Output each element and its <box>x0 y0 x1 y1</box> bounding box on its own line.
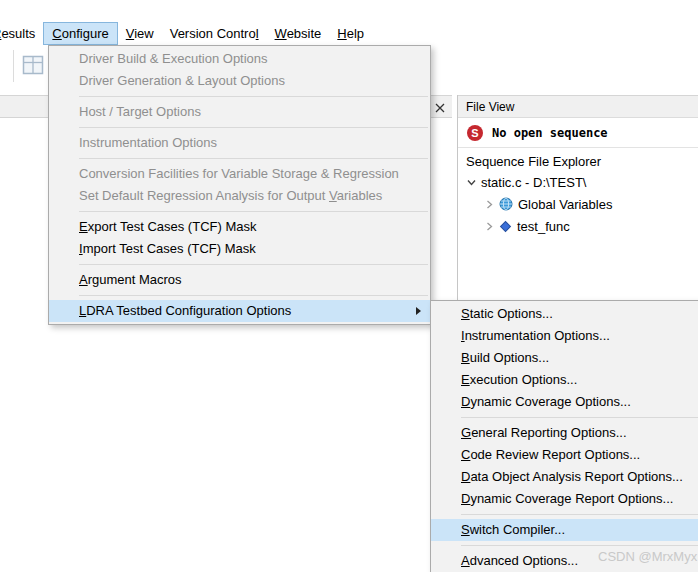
menu-item-label: Switch Compiler... <box>461 522 565 537</box>
menubar-item-results[interactable]: Results <box>0 22 43 45</box>
tree-item-label: test_func <box>517 219 570 234</box>
submenu-item-switch-compiler[interactable]: Switch Compiler... <box>431 519 698 541</box>
menu-item-argument-macros[interactable]: Argument Macros <box>49 269 430 291</box>
menu-separator <box>79 158 428 159</box>
menu-item-export-test-cases-tcf-mask[interactable]: Export Test Cases (TCF) Mask <box>49 216 430 238</box>
menu-item-host-target-options: Host / Target Options <box>49 101 430 123</box>
menu-item-driver-generation-layout-options: Driver Generation & Layout Options <box>49 70 430 92</box>
tree-item-test-func[interactable]: test_func <box>458 215 698 237</box>
sequence-file-explorer-title: Sequence File Explorer <box>458 148 698 171</box>
menu-item-label: Advanced Options... <box>461 553 578 568</box>
menu-item-label: General Reporting Options... <box>461 425 627 440</box>
menu-item-label: Build Options... <box>461 350 549 365</box>
menubar: Results Configure View Version Control W… <box>0 22 698 45</box>
submenu-item-general-reporting-options[interactable]: General Reporting Options... <box>431 422 698 444</box>
submenu-item-code-review-report-options[interactable]: Code Review Report Options... <box>431 444 698 466</box>
toolbar-grid-button <box>20 52 46 78</box>
toolbar-separator <box>13 50 14 82</box>
menu-item-label: Set Default Regression Analysis for Outp… <box>79 188 382 203</box>
menu-separator <box>79 264 428 265</box>
menu-separator <box>79 127 428 128</box>
submenu-item-static-options[interactable]: Static Options... <box>431 303 698 325</box>
tree-item-static-c[interactable]: static.c - D:\TEST\ <box>458 171 698 193</box>
menubar-item-website[interactable]: Website <box>267 22 330 45</box>
menu-item-set-default-regression-analysis: Set Default Regression Analysis for Outp… <box>49 185 430 207</box>
menu-item-label: Host / Target Options <box>79 104 201 119</box>
grid-icon <box>20 52 46 78</box>
menu-item-label: Instrumentation Options... <box>461 328 610 343</box>
menu-item-label: Execution Options... <box>461 372 577 387</box>
menubar-item-help[interactable]: Help <box>329 22 372 45</box>
sequence-status-text: No open sequence <box>492 126 608 140</box>
menu-item-label: Argument Macros <box>79 272 182 287</box>
menu-item-driver-build-execution-options: Driver Build & Execution Options <box>49 48 430 70</box>
file-view-title: File View <box>466 100 514 114</box>
tree-item-label: static.c - D:\TEST\ <box>481 175 586 190</box>
submenu-item-execution-options[interactable]: Execution Options... <box>431 369 698 391</box>
menu-separator <box>461 514 698 515</box>
menu-item-label: Conversion Facilities for Variable Stora… <box>79 166 399 181</box>
menubar-item-label: View <box>126 26 154 41</box>
menu-item-label: Instrumentation Options <box>79 135 217 150</box>
sequence-status-icon: S <box>467 125 483 141</box>
menu-item-label: Import Test Cases (TCF) Mask <box>79 241 256 256</box>
menu-item-label: Driver Build & Execution Options <box>79 51 268 66</box>
menu-item-label: Code Review Report Options... <box>461 447 640 462</box>
menubar-item-view[interactable]: View <box>118 22 162 45</box>
chevron-right-icon[interactable] <box>484 221 495 232</box>
close-icon <box>435 103 445 113</box>
menubar-item-configure[interactable]: Configure <box>43 22 117 45</box>
menu-item-label: Driver Generation & Layout Options <box>79 73 285 88</box>
submenu-item-data-object-analysis-report-options[interactable]: Data Object Analysis Report Options... <box>431 466 698 488</box>
menubar-item-label: Website <box>275 26 322 41</box>
app-window: Results Configure View Version Control W… <box>0 0 698 572</box>
globe-icon <box>499 197 513 211</box>
menu-item-label: LDRA Testbed Configuration Options <box>79 303 291 318</box>
ldra-configuration-submenu: Static Options... Instrumentation Option… <box>430 300 698 572</box>
menu-item-label: Static Options... <box>461 306 553 321</box>
menu-item-import-test-cases-tcf-mask[interactable]: Import Test Cases (TCF) Mask <box>49 238 430 260</box>
menubar-item-label: Help <box>337 26 364 41</box>
menu-separator <box>79 295 428 296</box>
menu-item-label: Dynamic Coverage Report Options... <box>461 491 673 506</box>
menubar-item-label: Configure <box>52 26 108 41</box>
menu-item-ldra-testbed-configuration-options[interactable]: LDRA Testbed Configuration Options <box>49 300 430 322</box>
menu-item-label: Dynamic Coverage Options... <box>461 394 631 409</box>
menubar-item-label: Results <box>0 26 35 41</box>
menu-item-label: Data Object Analysis Report Options... <box>461 469 683 484</box>
submenu-item-build-options[interactable]: Build Options... <box>431 347 698 369</box>
menubar-item-label: Version Control <box>170 26 259 41</box>
menu-separator <box>461 545 698 546</box>
watermark: CSDN @MrxMyx <box>598 549 697 564</box>
menubar-item-version-control[interactable]: Version Control <box>162 22 267 45</box>
menu-item-label: Export Test Cases (TCF) Mask <box>79 219 256 234</box>
tree-item-label: Global Variables <box>518 197 612 212</box>
function-icon <box>499 220 512 233</box>
configure-menu: Driver Build & Execution Options Driver … <box>48 45 431 325</box>
chevron-down-icon[interactable] <box>466 177 477 188</box>
sequence-status-row: S No open sequence <box>458 118 698 148</box>
submenu-item-dynamic-coverage-options[interactable]: Dynamic Coverage Options... <box>431 391 698 413</box>
menu-separator <box>79 211 428 212</box>
submenu-arrow-icon <box>416 307 421 315</box>
menu-separator <box>79 96 428 97</box>
tree-item-global-variables[interactable]: Global Variables <box>458 193 698 215</box>
submenu-item-instrumentation-options[interactable]: Instrumentation Options... <box>431 325 698 347</box>
pane-close-button[interactable] <box>433 101 447 114</box>
menu-separator <box>461 417 698 418</box>
chevron-right-icon[interactable] <box>484 199 495 210</box>
file-view-header: File View <box>458 95 698 118</box>
menu-item-instrumentation-options: Instrumentation Options <box>49 132 430 154</box>
submenu-item-dynamic-coverage-report-options[interactable]: Dynamic Coverage Report Options... <box>431 488 698 510</box>
menu-item-conversion-facilities: Conversion Facilities for Variable Stora… <box>49 163 430 185</box>
